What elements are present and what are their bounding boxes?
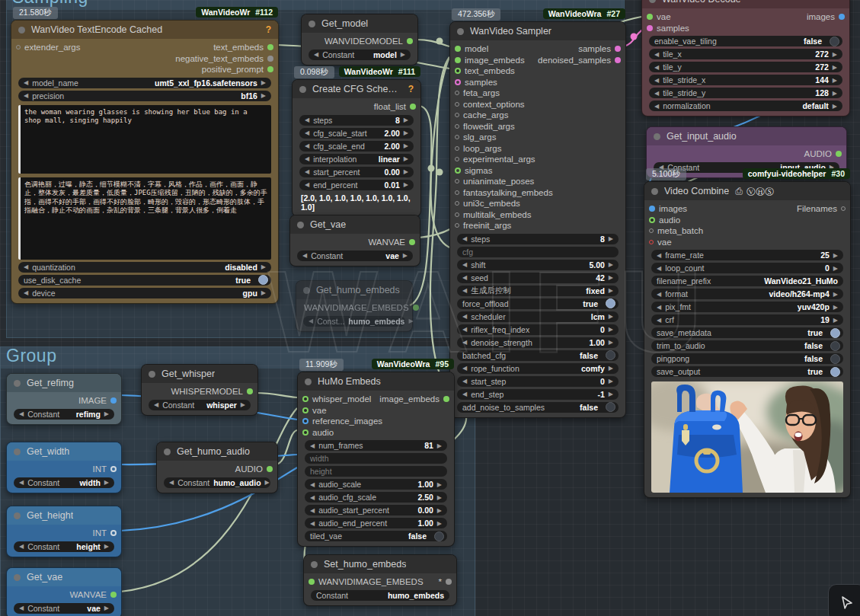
- widget-rope_function[interactable]: ◀rope_functioncomfy▶: [457, 363, 619, 374]
- widget-pix_fmt[interactable]: ◀pix_fmtyuv420p▶: [651, 302, 843, 312]
- widget-device[interactable]: ◀devicegpu▶: [18, 288, 271, 298]
- input-dot[interactable]: [455, 102, 459, 107]
- increment-arrow-icon[interactable]: ▶: [833, 90, 837, 97]
- output-dot[interactable]: [615, 46, 621, 52]
- widget-audio_start_percent[interactable]: ◀audio_start_percent0.00▶: [305, 505, 447, 515]
- input-slot-context_options[interactable]: context_options: [455, 100, 525, 109]
- increment-arrow-icon[interactable]: ▶: [833, 317, 838, 324]
- input-slot-audio[interactable]: audio: [649, 215, 680, 225]
- decrement-arrow-icon[interactable]: ◀: [305, 168, 309, 175]
- decrement-arrow-icon[interactable]: ◀: [657, 291, 661, 298]
- output-slot-positive_prompt[interactable]: positive_prompt: [202, 65, 273, 74]
- increment-arrow-icon[interactable]: ▶: [401, 51, 405, 58]
- output-slot-IMAGE[interactable]: IMAGE: [78, 396, 117, 405]
- toggle-add_noise_to_samples[interactable]: [606, 402, 615, 412]
- widget-end_step[interactable]: ◀end_step-1▶: [457, 389, 619, 400]
- input-slot-extender_args[interactable]: extender_args: [16, 43, 81, 52]
- output-dot[interactable]: [110, 592, 117, 598]
- output-slot-WHISPERMODEL[interactable]: WHISPERMODEL: [171, 387, 253, 396]
- output-dot[interactable]: [839, 14, 845, 20]
- increment-arrow-icon[interactable]: ▶: [261, 92, 266, 99]
- widget-audio_end_percent[interactable]: ◀audio_end_percent1.00▶: [305, 518, 447, 528]
- increment-arrow-icon[interactable]: ▶: [241, 401, 245, 408]
- node-titlebar[interactable]: Get_model: [302, 14, 417, 33]
- widget-Constant[interactable]: ◀Constantmodel▶: [309, 49, 411, 60]
- widget-tile_stride_y[interactable]: ◀tile_stride_y128▶: [649, 88, 842, 98]
- output-slot-image_embeds[interactable]: image_embeds: [379, 394, 449, 404]
- increment-arrow-icon[interactable]: ▶: [265, 479, 270, 486]
- input-slot-flowedit_args[interactable]: flowedit_args: [455, 122, 515, 131]
- prompt-textarea[interactable]: 色调艳丽，过曝，静态，细节模糊不清，字幕，风格，作品，画作，画面，静止，整体发灰…: [18, 177, 271, 260]
- widget-precision[interactable]: ◀precisionbf16▶: [18, 91, 271, 101]
- output-dot[interactable]: [409, 239, 415, 245]
- node-titlebar[interactable]: WanVideo TextEncode Cached?: [11, 21, 278, 39]
- increment-arrow-icon[interactable]: ▶: [609, 378, 613, 385]
- increment-arrow-icon[interactable]: ▶: [609, 339, 613, 346]
- output-dot[interactable]: [446, 579, 452, 585]
- widget-normalization[interactable]: ◀normalizationdefault▶: [649, 101, 842, 111]
- decrement-arrow-icon[interactable]: ◀: [657, 304, 661, 311]
- widget-force_offload[interactable]: force_offloadtrue: [457, 298, 619, 309]
- input-dot[interactable]: [455, 57, 461, 63]
- decrement-arrow-icon[interactable]: ◀: [310, 481, 315, 488]
- decrement-arrow-icon[interactable]: ◀: [462, 235, 467, 242]
- increment-arrow-icon[interactable]: ▶: [261, 263, 266, 270]
- input-dot[interactable]: [455, 201, 459, 206]
- decrement-arrow-icon[interactable]: ◀: [310, 520, 315, 527]
- widget-shift[interactable]: ◀shift5.00▶: [457, 260, 619, 270]
- decrement-arrow-icon[interactable]: ◀: [654, 77, 659, 84]
- increment-arrow-icon[interactable]: ▶: [609, 261, 613, 268]
- prompt-textarea[interactable]: the woman wearing glasses is showing her…: [18, 105, 271, 174]
- input-dot[interactable]: [649, 240, 654, 244]
- collapse-dot-icon[interactable]: [457, 28, 464, 35]
- input-slot-vae[interactable]: vae: [302, 406, 327, 415]
- output-slot-images[interactable]: images: [807, 12, 845, 21]
- increment-arrow-icon[interactable]: ▶: [104, 479, 109, 486]
- output-slot-WANVIDIMAGE_EMBEDS[interactable]: WANVIDIMAGE_EMBEDS: [304, 303, 419, 312]
- input-dot[interactable]: [455, 223, 459, 228]
- output-dot[interactable]: [110, 530, 117, 536]
- increment-arrow-icon[interactable]: ▶: [104, 605, 109, 611]
- node-titlebar[interactable]: Create CFG Schedule Flo...?: [293, 80, 420, 98]
- decrement-arrow-icon[interactable]: ◀: [462, 274, 467, 281]
- increment-arrow-icon[interactable]: ▶: [609, 391, 613, 397]
- input-slot-experimental_args[interactable]: experimental_args: [455, 155, 536, 164]
- decrement-arrow-icon[interactable]: ◀: [302, 252, 307, 259]
- input-dot[interactable]: [455, 179, 459, 184]
- node-titlebar[interactable]: Get_refimg: [7, 374, 121, 392]
- output-dot[interactable]: [615, 57, 621, 63]
- output-slot-WANVAE[interactable]: WANVAE: [368, 238, 415, 247]
- decrement-arrow-icon[interactable]: ◀: [657, 317, 661, 324]
- widget-save_metadata[interactable]: save_metadatatrue: [651, 327, 843, 338]
- decrement-arrow-icon[interactable]: ◀: [462, 391, 467, 397]
- input-dot[interactable]: [455, 68, 461, 74]
- widget-tile_y[interactable]: ◀tile_y272▶: [649, 62, 842, 72]
- node-titlebar[interactable]: WanVideo Decode: [642, 0, 849, 8]
- input-slot-multitalk_embeds[interactable]: multitalk_embeds: [455, 210, 531, 219]
- output-dot[interactable]: [110, 397, 117, 404]
- toggle-batched_cfg[interactable]: [606, 350, 615, 360]
- decrement-arrow-icon[interactable]: ◀: [462, 313, 467, 320]
- decrement-arrow-icon[interactable]: ◀: [657, 252, 661, 259]
- decrement-arrow-icon[interactable]: ◀: [654, 64, 659, 71]
- increment-arrow-icon[interactable]: ▶: [833, 64, 837, 71]
- widget-Constant[interactable]: ◀Constantheight▶: [14, 541, 114, 552]
- increment-arrow-icon[interactable]: ▶: [833, 77, 837, 84]
- output-slot-AUDIO[interactable]: AUDIO: [235, 464, 273, 474]
- output-dot[interactable]: [410, 104, 416, 110]
- widget-save_output[interactable]: save_outputtrue: [651, 366, 843, 377]
- widget-quantization[interactable]: ◀quantizationdisabled▶: [18, 262, 271, 273]
- widget-interpolation[interactable]: ◀interpolationlinear▶: [299, 154, 414, 164]
- node-titlebar[interactable]: Get_input_audio: [647, 127, 846, 145]
- help-icon[interactable]: ?: [408, 84, 414, 94]
- decrement-arrow-icon[interactable]: ◀: [314, 51, 318, 58]
- input-slot-whisper_model[interactable]: whisper_model: [302, 394, 371, 404]
- node-get_humo_embeds[interactable]: Get_humo_embedsWANVIDIMAGE_EMBEDS◀Const.…: [296, 280, 413, 332]
- decrement-arrow-icon[interactable]: ◀: [305, 155, 309, 162]
- node-decode[interactable]: WanVideo Decodevaeimagessamplesenable_va…: [641, 0, 850, 116]
- output-slot-AUDIO[interactable]: AUDIO: [804, 149, 842, 158]
- output-dot[interactable]: [836, 151, 842, 157]
- video-preview-image[interactable]: [651, 381, 843, 493]
- widget-use_disk_cache[interactable]: use_disk_cachetrue: [18, 275, 271, 286]
- collapse-dot-icon[interactable]: [149, 371, 155, 378]
